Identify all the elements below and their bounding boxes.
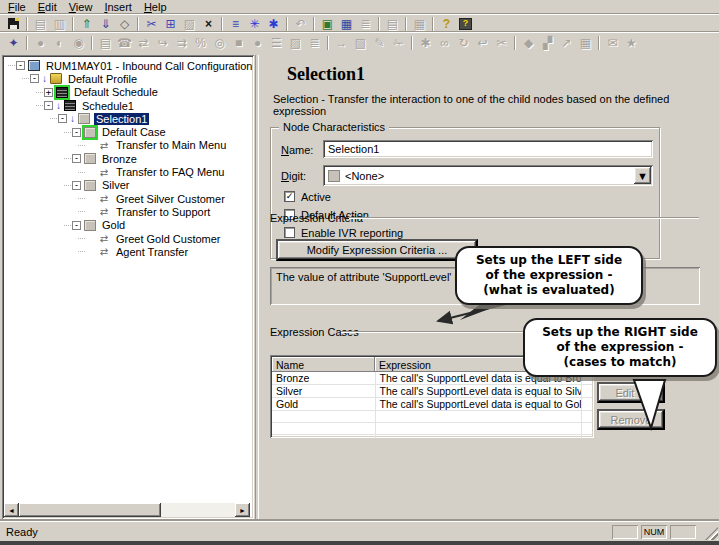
tree-item-label: Default Schedule [72, 86, 160, 98]
callout-line: Sets up the LEFT side [465, 253, 633, 268]
package-button[interactable]: ◇ [115, 15, 134, 32]
resize-grip-icon[interactable] [705, 527, 718, 540]
tree-item-silver[interactable]: -Silver [6, 179, 251, 192]
menu-edit[interactable]: Edit [33, 0, 64, 14]
checkbox-enable-ivr-reporting[interactable]: Enable IVR reporting [284, 226, 403, 239]
collapse-icon[interactable]: - [72, 128, 81, 137]
empty-cell [375, 411, 581, 423]
view-code-button: ▤ [31, 15, 50, 32]
save-icon [8, 18, 19, 29]
digit-label: Digit: [281, 170, 306, 182]
menu-file[interactable]: File [3, 0, 33, 14]
package-icon: ◇ [120, 18, 129, 30]
name-input[interactable] [323, 140, 653, 158]
transfer-node-icon: ⇄ [138, 37, 148, 49]
queue-node-icon: ☰ [271, 37, 282, 49]
toolbar-separator [137, 17, 139, 31]
status-indicator-empty [670, 525, 696, 539]
menu-insert[interactable]: Insert [99, 0, 139, 14]
tree-item-default-schedule[interactable]: +Default Schedule [6, 86, 251, 99]
check-in-button[interactable]: ⇑ [77, 15, 96, 32]
tree-item-bronze[interactable]: -Bronze [6, 152, 251, 165]
tree-item-rum1may01-inbound-call-configuration[interactable]: -RUM1MAY01 - Inbound Call Configuration [6, 59, 251, 72]
tree-item-agent-transfer[interactable]: ⇄Agent Transfer [6, 245, 251, 258]
collapse-all-button[interactable]: ✱ [264, 15, 283, 32]
scroll-right-icon[interactable]: ► [235, 503, 250, 517]
tree-item-label: Greet Gold Customer [114, 233, 223, 245]
menu-view[interactable]: View [64, 0, 100, 14]
cut-button[interactable]: ✂ [142, 15, 161, 32]
tree-item-selection1[interactable]: -↓Selection1 [6, 112, 251, 125]
tree-item-transfer-to-support[interactable]: ⇄Transfer to Support [6, 205, 251, 218]
tree-item-greet-silver-customer[interactable]: ⇄Greet Silver Customer [6, 192, 251, 205]
modify-expression-criteria-button[interactable]: Modify Expression Criteria ... [276, 239, 478, 261]
branch-node-icon: ⇉ [176, 37, 186, 49]
report-node-button: ▦ [576, 35, 595, 52]
monitor-button[interactable]: ▦ [337, 15, 356, 32]
unchecked-checkbox-icon[interactable] [284, 227, 295, 238]
undo-icon: ↶ [295, 18, 305, 30]
scrollbar-track[interactable] [161, 503, 235, 517]
collapse-icon[interactable]: - [72, 154, 81, 163]
toolbar-separator [286, 17, 288, 31]
scrollbar-thumb[interactable] [19, 503, 161, 517]
table-row[interactable]: SilverThe call's SupportLevel data is eq… [272, 385, 592, 398]
chevron-down-icon[interactable]: ▼ [634, 167, 651, 184]
callout-line: of the expression - [465, 268, 633, 283]
digit-combobox[interactable]: <None> ▼ [323, 165, 653, 186]
collapse-icon[interactable]: - [72, 181, 81, 190]
toolbar-separator [221, 17, 223, 31]
branch-node-button: ⇉ [172, 35, 191, 52]
tree-item-default-profile[interactable]: -↓Default Profile [6, 72, 251, 85]
window-node-button: ▧ [351, 35, 370, 52]
check-out-button[interactable]: ⇓ [96, 15, 115, 32]
split-node-icon: ✂ [496, 37, 506, 49]
agent-node-button: ✉ [603, 35, 622, 52]
transfer-icon: ⇄ [98, 140, 110, 151]
collapse-icon[interactable]: - [58, 114, 67, 123]
outline-view-button[interactable]: ≡ [226, 15, 245, 32]
print-preview-icon: ▦ [414, 18, 425, 30]
export-config-button[interactable]: ▣ [318, 15, 337, 32]
save-button[interactable] [4, 15, 23, 32]
tree-item-schedule1[interactable]: -↓Schedule1 [6, 99, 251, 112]
scroll-left-icon[interactable]: ◄ [4, 503, 19, 517]
help-button[interactable]: ? [437, 15, 456, 32]
checked-checkbox-icon[interactable]: ✓ [284, 191, 295, 202]
table-row[interactable]: GoldThe call's SupportLevel data is equa… [272, 398, 592, 411]
monitor-icon: ▦ [341, 18, 352, 30]
tree-item-transfer-to-main-menu[interactable]: ⇄Transfer to Main Menu [6, 139, 251, 152]
toolbar-separator [91, 36, 93, 50]
tree-connector [78, 198, 85, 199]
expand-all-button[interactable]: ✳ [245, 15, 264, 32]
collapse-icon[interactable]: - [44, 101, 53, 110]
transfer-node-button: ⇄ [134, 35, 153, 52]
queue-node-button: ☰ [267, 35, 286, 52]
copy-icon: ⊞ [165, 18, 175, 30]
tree-item-gold[interactable]: -Gold [6, 219, 251, 232]
column-header-name[interactable]: Name [272, 357, 375, 372]
tree-connector [64, 158, 71, 159]
copy-button[interactable]: ⊞ [161, 15, 180, 32]
outline-view-icon: ≡ [232, 18, 239, 30]
refresh-node-icon: ↻ [458, 37, 468, 49]
view-code-icon: ▤ [35, 18, 46, 30]
tree-horizontal-scrollbar[interactable]: ◄ ► [4, 503, 250, 517]
collapse-icon[interactable]: - [72, 221, 81, 230]
tree-item-greet-gold-customer[interactable]: ⇄Greet Gold Customer [6, 232, 251, 245]
expand-icon[interactable]: + [44, 88, 53, 97]
checkbox-active[interactable]: ✓Active [284, 190, 331, 203]
collapse-icon[interactable]: - [30, 74, 39, 83]
delete-button[interactable]: × [199, 15, 218, 32]
menu-help[interactable]: Help [139, 0, 174, 14]
transfer-icon: ⇄ [98, 246, 110, 257]
return-node-icon: ↩ [477, 37, 487, 49]
tree-item-transfer-to-faq-menu[interactable]: ⇄Transfer to FAQ Menu [6, 165, 251, 178]
context-help-button[interactable] [456, 15, 475, 32]
case-expression-cell: The call's SupportLevel data is equal to… [375, 398, 581, 411]
phone-node-button: ☎ [115, 35, 134, 52]
transfer-icon: ⇄ [98, 193, 110, 204]
tree-item-default-case[interactable]: -Default Case [6, 125, 251, 138]
collapse-icon[interactable]: - [16, 61, 25, 70]
pointer-tool-button[interactable]: ✦ [4, 35, 23, 52]
